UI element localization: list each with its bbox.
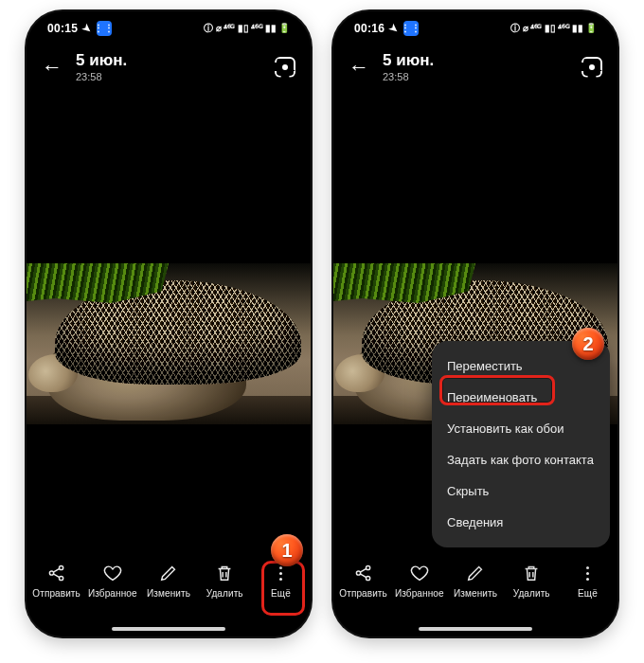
- page-subtitle: 23:58: [76, 71, 275, 82]
- more-label: Ещё: [578, 588, 598, 599]
- status-right-cluster: ⓘ ⌀ ⁴⁶ᴳ ▮▯ ⁴⁶ᴳ ▮▮ 🔋: [510, 22, 597, 35]
- svg-point-4: [366, 565, 369, 569]
- back-icon[interactable]: ←: [42, 57, 63, 78]
- send-icon: ➤: [387, 22, 401, 35]
- more-button[interactable]: Ещё: [560, 563, 616, 599]
- phone-screenshot-left: 00:15 ➤ ⋮⋮ ⓘ ⌀ ⁴⁶ᴳ ▮▯ ⁴⁶ᴳ ▮▮ 🔋 ← 5 июн. …: [27, 11, 311, 636]
- svg-point-5: [366, 576, 369, 580]
- edit-button[interactable]: Изменить: [140, 563, 196, 599]
- home-indicator[interactable]: [112, 627, 225, 631]
- app-bar: ← 5 июн. 23:58: [333, 45, 617, 92]
- annotation-badge-1: 1: [271, 534, 303, 566]
- edit-button[interactable]: Изменить: [447, 563, 503, 599]
- edit-label: Изменить: [454, 588, 497, 599]
- delete-label: Удалить: [206, 588, 243, 599]
- favorite-button[interactable]: Избранное: [84, 563, 140, 599]
- bottom-action-bar: Отправить Избранное Изменить Удалить: [333, 553, 617, 636]
- svg-point-0: [49, 571, 53, 575]
- phone-screenshot-right: 00:16 ➤ ⋮⋮ ⓘ ⌀ ⁴⁶ᴳ ▮▯ ⁴⁶ᴳ ▮▮ 🔋 ← 5 июн. …: [333, 11, 617, 636]
- clock-text: 00:15: [47, 22, 78, 35]
- more-vertical-icon: [577, 563, 598, 583]
- favorite-label: Избранное: [88, 588, 137, 599]
- send-icon: ➤: [80, 22, 94, 35]
- app-bar: ← 5 июн. 23:58: [27, 45, 311, 92]
- favorite-button[interactable]: Избранное: [391, 563, 447, 599]
- annotation-highlight-more: [261, 561, 305, 616]
- share-label: Отправить: [32, 588, 80, 599]
- photo-content: [27, 263, 311, 424]
- annotation-badge-2: 2: [572, 328, 604, 360]
- svg-point-2: [59, 576, 63, 580]
- pencil-icon: [465, 563, 486, 583]
- lens-icon[interactable]: [275, 57, 295, 78]
- bluetooth-pill-icon: ⋮⋮: [403, 21, 419, 36]
- svg-point-3: [356, 571, 360, 575]
- edit-label: Изменить: [147, 588, 190, 599]
- pencil-icon: [158, 563, 179, 583]
- heart-icon: [409, 563, 430, 583]
- page-title: 5 июн.: [383, 51, 581, 70]
- clock-text: 00:16: [354, 22, 385, 35]
- status-right-cluster: ⓘ ⌀ ⁴⁶ᴳ ▮▯ ⁴⁶ᴳ ▮▮ 🔋: [204, 22, 290, 35]
- heart-icon: [102, 563, 123, 583]
- home-indicator[interactable]: [419, 627, 532, 631]
- page-subtitle: 23:58: [383, 71, 581, 82]
- more-context-menu: 2 Переместить Переименовать Установить к…: [432, 341, 610, 547]
- photo-viewport[interactable]: [27, 102, 311, 538]
- delete-button[interactable]: Удалить: [197, 563, 253, 599]
- share-icon: [353, 563, 374, 583]
- share-label: Отправить: [339, 588, 387, 599]
- lens-icon[interactable]: [581, 57, 602, 78]
- status-bar: 00:16 ➤ ⋮⋮ ⓘ ⌀ ⁴⁶ᴳ ▮▯ ⁴⁶ᴳ ▮▮ 🔋: [333, 11, 617, 45]
- bluetooth-pill-icon: ⋮⋮: [97, 21, 112, 36]
- share-button[interactable]: Отправить: [28, 563, 84, 599]
- trash-icon: [214, 563, 235, 583]
- favorite-label: Избранное: [395, 588, 444, 599]
- delete-label: Удалить: [513, 588, 550, 599]
- page-title: 5 июн.: [76, 51, 275, 70]
- annotation-highlight-rename: [439, 375, 555, 405]
- delete-button[interactable]: Удалить: [504, 563, 560, 599]
- status-bar: 00:15 ➤ ⋮⋮ ⓘ ⌀ ⁴⁶ᴳ ▮▯ ⁴⁶ᴳ ▮▮ 🔋: [27, 11, 311, 45]
- share-icon: [46, 563, 67, 583]
- share-button[interactable]: Отправить: [335, 563, 391, 599]
- svg-point-1: [59, 565, 63, 569]
- trash-icon: [521, 563, 542, 583]
- back-icon[interactable]: ←: [349, 57, 369, 78]
